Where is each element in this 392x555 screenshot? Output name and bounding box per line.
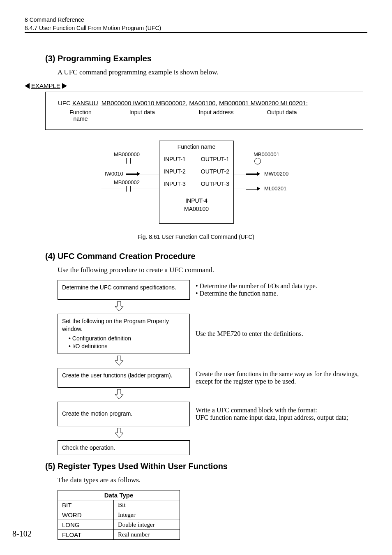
dt-header: Data Type bbox=[58, 490, 180, 500]
down-arrow-icon bbox=[58, 388, 181, 402]
label-input-addr: Input address bbox=[181, 109, 251, 122]
function-block-title: Function name bbox=[159, 141, 233, 150]
step-2-bullet-1: Configuration definition bbox=[69, 335, 185, 342]
dt-row-desc: Real number bbox=[114, 530, 180, 540]
data-type-table: Data Type BITBit WORDInteger LONGDouble … bbox=[58, 490, 180, 540]
header-section: 8.4.7 User Function Call From Motion Pro… bbox=[25, 25, 367, 31]
procedure-flow: Determine the UFC command specifications… bbox=[58, 280, 367, 455]
wire bbox=[234, 174, 246, 174]
step-3-box: Create the user functions (ladder progra… bbox=[58, 368, 190, 388]
section-4-intro: Use the following procedure to create a … bbox=[58, 266, 367, 274]
step-1-desc-line-1: • Determine the number of I/Os and data … bbox=[196, 282, 317, 290]
step-1-box: Determine the UFC command specifications… bbox=[58, 280, 190, 300]
example-field-labels: Function name Input data Input address O… bbox=[58, 109, 350, 122]
step-2-box: Set the following on the Program Propert… bbox=[58, 314, 190, 354]
wire bbox=[234, 161, 254, 161]
dt-row-code: LONG bbox=[58, 520, 114, 530]
contact-1-icon bbox=[118, 158, 138, 164]
down-arrow-icon bbox=[58, 426, 181, 440]
double-arrow-icon bbox=[126, 172, 140, 176]
dt-row-code: FLOAT bbox=[58, 530, 114, 540]
example-code-box: UFC KANSUU MB000000 IW0010 MB000002, MA0… bbox=[45, 92, 363, 130]
step-4-box: Create the motion program. bbox=[58, 402, 190, 426]
io-output-3: OUTPUT-3 bbox=[201, 180, 229, 187]
wire bbox=[140, 174, 159, 174]
code-output-data: MB000001 MW00200 ML00201 bbox=[219, 99, 306, 106]
code-input-data: MB000000 IW0010 MB000002 bbox=[101, 99, 186, 106]
io-output-1: OUTPUT-1 bbox=[201, 156, 229, 162]
right-output-1-label: MB000001 bbox=[254, 151, 279, 157]
dt-row-code: WORD bbox=[58, 510, 114, 520]
dt-row-desc: Integer bbox=[114, 510, 180, 520]
wire bbox=[261, 161, 286, 161]
step-1-desc-line-2: • Determine the function name. bbox=[196, 290, 317, 297]
step-2-box-text: Set the following on the Program Propert… bbox=[62, 318, 169, 332]
function-block: Function name INPUT-1OUTPUT-1 INPUT-2OUT… bbox=[159, 141, 234, 224]
dt-row-desc: Bit bbox=[114, 500, 180, 510]
wire bbox=[234, 189, 246, 189]
label-input-data: Input data bbox=[103, 109, 181, 122]
left-input-1-label: MB000000 bbox=[114, 151, 140, 157]
io-input-4-label: INPUT-4 bbox=[185, 197, 208, 204]
dt-row-code: BIT bbox=[58, 500, 114, 510]
wire bbox=[138, 161, 159, 161]
io-input-2: INPUT-2 bbox=[164, 168, 186, 175]
io-input-4-addr: MA00100 bbox=[184, 206, 209, 212]
section-4-heading: (4) UFC Command Creation Procedure bbox=[45, 252, 367, 261]
wire bbox=[101, 161, 118, 161]
label-output-data: Output data bbox=[251, 109, 313, 122]
double-arrow-icon bbox=[246, 187, 260, 190]
code-fn-name: KANSUU bbox=[72, 99, 98, 106]
down-arrow-icon bbox=[58, 354, 181, 368]
header-chapter: 8 Command Reference bbox=[25, 16, 367, 23]
dt-row-desc: Double integer bbox=[114, 520, 180, 530]
section-5-heading: (5) Register Types Used Within User Func… bbox=[45, 462, 367, 471]
example-code-line: UFC KANSUU MB000000 IW0010 MB000002, MA0… bbox=[58, 99, 350, 106]
io-input-3: INPUT-3 bbox=[164, 180, 186, 187]
step-1-desc: • Determine the number of I/Os and data … bbox=[190, 280, 367, 300]
step-3-desc: Create the user functions in the same wa… bbox=[190, 368, 367, 388]
io-input-4: INPUT-4 MA00100 bbox=[159, 197, 233, 213]
right-output-2-label: MW00200 bbox=[264, 171, 288, 177]
wire bbox=[138, 189, 159, 189]
page-number: 8-102 bbox=[12, 529, 32, 539]
figure-caption: Fig. 8.61 User Function Call Command (UF… bbox=[25, 234, 367, 240]
step-2-bullet-2: I/O definitions bbox=[69, 342, 185, 350]
left-input-3-label: MB000002 bbox=[114, 179, 140, 185]
contact-3-icon bbox=[118, 186, 138, 192]
header-rule bbox=[25, 32, 367, 33]
code-input-addr: MA00100 bbox=[189, 99, 215, 106]
right-output-3-label: ML00201 bbox=[264, 185, 286, 192]
io-input-1: INPUT-1 bbox=[164, 156, 186, 162]
ufc-function-diagram: Function name INPUT-1OUTPUT-1 INPUT-2OUT… bbox=[81, 141, 311, 227]
step-2-desc: Use the MPE720 to enter the definitions. bbox=[190, 314, 367, 354]
double-arrow-icon bbox=[246, 172, 260, 176]
label-fn-name: Function name bbox=[58, 109, 103, 122]
section-3-intro: A UFC command programming example is sho… bbox=[58, 68, 367, 76]
section-5-intro: The data types are as follows. bbox=[58, 476, 367, 484]
coil-icon bbox=[254, 158, 261, 164]
triangle-right-icon bbox=[62, 83, 67, 89]
triangle-left-icon bbox=[25, 83, 30, 89]
example-label: EXAMPLE bbox=[31, 82, 60, 89]
step-5-box: Check the operation. bbox=[58, 440, 190, 456]
example-marker: EXAMPLE bbox=[25, 82, 367, 89]
down-arrow-icon bbox=[58, 300, 181, 314]
section-3-heading: (3) Programming Examples bbox=[45, 54, 367, 63]
io-output-2: OUTPUT-2 bbox=[201, 168, 229, 175]
step-4-desc: Write a UFC command block with the forma… bbox=[190, 402, 367, 426]
wire bbox=[101, 189, 118, 189]
left-input-2-label: IW0010 bbox=[105, 171, 123, 177]
